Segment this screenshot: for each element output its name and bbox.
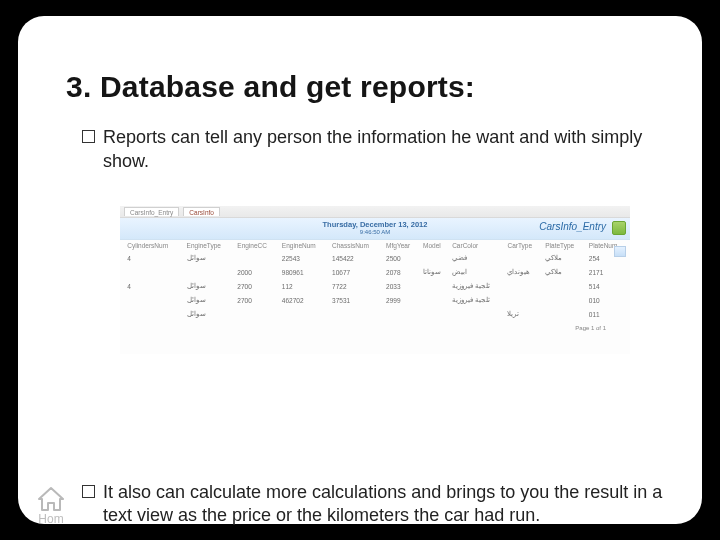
table-row: 2000980961106772078سوناتاابيضهيوندايملاك…: [120, 265, 630, 279]
bullet-2: It also can calculate more calculations …: [82, 481, 664, 529]
slide: 3. Database and get reports: Reports can…: [18, 16, 702, 524]
col-enginecc: EngineCC: [235, 240, 280, 251]
report-header: Thursday, December 13, 2012 9:46:50 AM C…: [120, 218, 630, 240]
report-tabstrip: CarsInfo_Entry CarsInfo: [120, 206, 630, 218]
col-enginetype: EngineType: [185, 240, 236, 251]
col-platetype: PlateType: [543, 240, 587, 251]
col-model: Model: [421, 240, 450, 251]
report-tab-entry: CarsInfo_Entry: [124, 207, 179, 216]
table-row: 4سوائل225431454222500فضيملاكي254: [120, 251, 630, 265]
report-nav-icon: [614, 246, 626, 257]
slide-title: 3. Database and get reports:: [66, 70, 662, 104]
col-cartype: CarType: [505, 240, 543, 251]
checkbox-icon: [82, 485, 95, 498]
home-label: Hom: [28, 512, 74, 526]
col-enginenum: EngineNum: [280, 240, 330, 251]
checkbox-icon: [82, 130, 95, 143]
col-cylinders: CylindersNum: [125, 240, 184, 251]
report-footer: Page 1 of 1: [120, 321, 630, 331]
col-color: CarColor: [450, 240, 505, 251]
report-app-icon: [612, 221, 626, 235]
report-screenshot: CarsInfo_Entry CarsInfo Thursday, Decemb…: [120, 206, 630, 354]
bullet-1: Reports can tell any person the informat…: [82, 126, 654, 174]
report-header-row: CylindersNum EngineType EngineCC EngineN…: [120, 240, 630, 251]
table-row: سوائلتريلا011: [120, 307, 630, 321]
table-row: 4سوائل270011277222033ثلجية فيروزية514: [120, 279, 630, 293]
bullet-2-text: It also can calculate more calculations …: [103, 481, 664, 529]
report-date: Thursday, December 13, 2012: [323, 220, 428, 229]
report-table: CylindersNum EngineType EngineCC EngineN…: [120, 240, 630, 321]
home-button[interactable]: Hom: [28, 486, 74, 526]
col-mfgyear: MfgYear: [384, 240, 421, 251]
home-icon: [36, 486, 66, 512]
report-body: 4سوائل225431454222500فضيملاكي254 2000980…: [120, 251, 630, 321]
report-brand: CarsInfo_Entry: [539, 221, 606, 232]
report-tab-carsinfo: CarsInfo: [183, 207, 220, 216]
report-time: 9:46:50 AM: [360, 229, 390, 235]
bullet-1-text: Reports can tell any person the informat…: [103, 126, 654, 174]
table-row: سوائل2700462702375312999ثلجية فيروزية010: [120, 293, 630, 307]
col-chassis: ChassisNum: [330, 240, 384, 251]
